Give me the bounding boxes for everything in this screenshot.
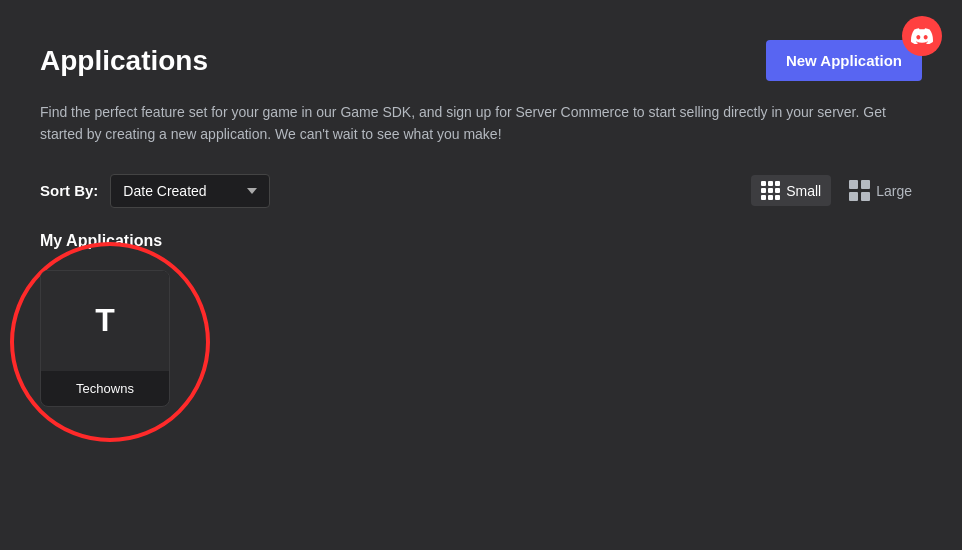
small-view-button[interactable]: Small: [751, 175, 831, 206]
view-toggle: Small Large: [751, 174, 922, 207]
sort-select[interactable]: Date Created Name Last Modified: [110, 174, 270, 208]
app-name: Techowns: [41, 371, 169, 406]
sort-left: Sort By: Date Created Name Last Modified: [40, 174, 270, 208]
large-view-label: Large: [876, 183, 912, 199]
large-view-button[interactable]: Large: [839, 174, 922, 207]
small-view-icon: [761, 181, 780, 200]
header: Applications New Application: [40, 40, 922, 81]
app-card-techowns[interactable]: T Techowns: [40, 270, 170, 407]
app-initial: T: [95, 302, 115, 339]
new-application-button[interactable]: New Application: [766, 40, 922, 81]
header-right: New Application: [766, 40, 922, 81]
my-applications-title: My Applications: [40, 232, 922, 250]
sort-row: Sort By: Date Created Name Last Modified…: [40, 174, 922, 208]
dots-grid-icon: [761, 181, 780, 200]
app-icon-area: T: [41, 271, 169, 371]
large-view-icon: [849, 180, 870, 201]
discord-logo: [902, 16, 942, 56]
small-view-label: Small: [786, 183, 821, 199]
large-grid-icon: [849, 180, 870, 201]
page-title: Applications: [40, 45, 208, 77]
apps-grid: T Techowns: [40, 270, 922, 407]
page-container: Applications New Application Find the pe…: [0, 0, 962, 447]
sort-by-label: Sort By:: [40, 182, 98, 199]
page-description: Find the perfect feature set for your ga…: [40, 101, 900, 146]
